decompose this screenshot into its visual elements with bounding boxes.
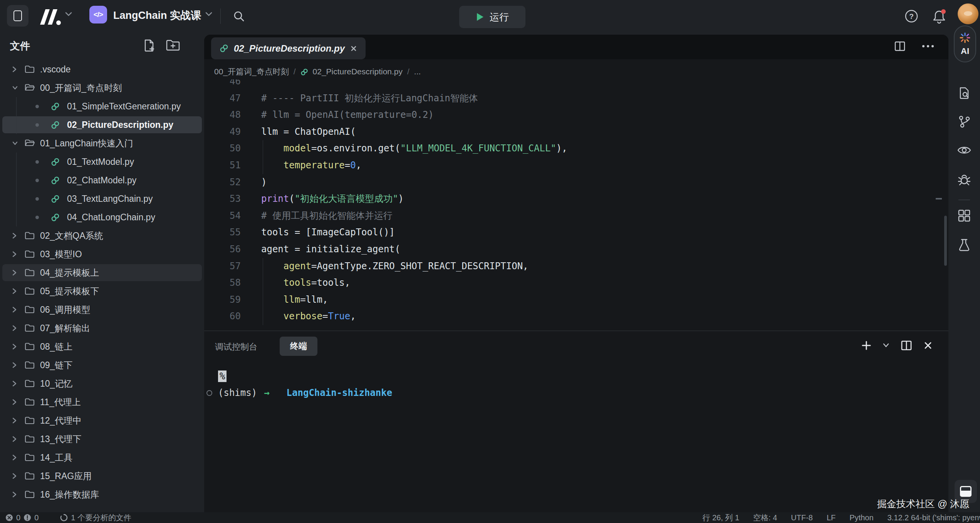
split-panel-icon[interactable] [901, 340, 912, 351]
tree-item[interactable]: 04_提示模板上 [0, 263, 204, 282]
tree-item[interactable]: 01_TextModel.py [0, 153, 204, 171]
tree-item[interactable]: .vscode [0, 60, 204, 79]
chevron-right-icon[interactable] [12, 435, 17, 443]
editor-tab[interactable]: 02_PictureDescription.py [211, 37, 366, 59]
tree-item[interactable]: 04_ChatLongChain.py [0, 208, 204, 226]
tree-item[interactable]: 01_SimpleTextGeneration.py [0, 97, 204, 116]
bug-icon[interactable] [957, 173, 972, 187]
tree-item[interactable]: 15_RAG应用 [0, 467, 204, 485]
code-line[interactable]: 51 temperature=0, [204, 157, 946, 174]
chevron-down-icon[interactable] [12, 84, 18, 92]
chevron-down-icon[interactable] [12, 139, 18, 147]
tab-debug-console[interactable]: 调试控制台 [215, 341, 257, 353]
tree-item[interactable]: 01_LangChain快速入门 [0, 134, 204, 153]
breadcrumb-more[interactable]: ... [414, 67, 421, 76]
scrollbar-thumb[interactable] [944, 216, 947, 266]
chevron-right-icon[interactable] [12, 472, 17, 480]
tree-item[interactable]: 02_ChatModel.py [0, 171, 204, 189]
chevron-right-icon[interactable] [12, 454, 17, 461]
tree-item[interactable]: 06_调用模型 [0, 300, 204, 319]
chevron-down-icon[interactable] [205, 12, 213, 17]
status-item[interactable]: Python [849, 513, 873, 522]
tree-item[interactable]: 00_开篇词_奇点时刻 [0, 79, 204, 97]
logo[interactable] [38, 7, 62, 27]
code-area[interactable]: 4647# ---- PartIII 初始化并运行LangChain智能体48#… [204, 79, 946, 330]
chevron-down-icon[interactable] [65, 12, 72, 17]
tree-item[interactable]: 13_代理下 [0, 430, 204, 448]
status-item[interactable]: 行 26, 列 1 [702, 513, 739, 523]
chevron-right-icon[interactable] [12, 380, 17, 387]
close-icon[interactable] [350, 45, 357, 52]
new-folder-icon[interactable] [166, 39, 180, 52]
workspace-title[interactable]: LangChain 实战课 [113, 8, 201, 22]
status-item[interactable]: UTF-8 [791, 513, 813, 522]
more-icon[interactable] [921, 44, 935, 48]
tree-item[interactable]: 02_PictureDescription.py [0, 116, 204, 134]
status-item[interactable]: 空格: 4 [753, 513, 777, 523]
flask-icon[interactable] [957, 238, 971, 253]
run-button[interactable]: 运行 [459, 6, 525, 28]
tree-item[interactable]: 03_模型IO [0, 245, 204, 263]
code-line[interactable]: 49llm = ChatOpenAI( [204, 124, 946, 141]
chevron-right-icon[interactable] [12, 324, 17, 332]
code-line[interactable]: 50 model=os.environ.get("LLM_MODEL_4K_FU… [204, 140, 946, 157]
tree-item[interactable]: 03_TextLangChain.py [0, 189, 204, 208]
tree-item[interactable]: 07_解析输出 [0, 319, 204, 337]
search-icon[interactable] [232, 9, 246, 23]
chevron-right-icon[interactable] [12, 250, 17, 258]
new-file-icon[interactable] [143, 39, 156, 52]
tree-item[interactable]: 16_操作数据库 [0, 485, 204, 504]
chevron-right-icon[interactable] [12, 287, 17, 295]
tree-item[interactable]: 10_记忆 [0, 374, 204, 393]
chevron-right-icon[interactable] [12, 491, 17, 498]
split-editor-icon[interactable] [894, 40, 906, 52]
tree-item[interactable]: 09_链下 [0, 356, 204, 374]
problems-indicator[interactable]: 0 0 [5, 513, 39, 522]
breadcrumb[interactable]: 00_开篇词_奇点时刻 / 02_PictureDescription.py /… [214, 64, 421, 79]
bell-icon[interactable] [931, 8, 948, 25]
tree-item[interactable]: 11_代理上 [0, 393, 204, 411]
chevron-right-icon[interactable] [12, 269, 17, 277]
code-line[interactable]: 48# llm = OpenAI(temperature=0.2) [204, 107, 946, 124]
tree-item[interactable]: 02_文档QA系统 [0, 226, 204, 245]
code-line[interactable]: 58 tools=tools, [204, 275, 946, 292]
chevron-right-icon[interactable] [12, 232, 17, 240]
chevron-right-icon[interactable] [12, 417, 17, 424]
chevron-right-icon[interactable] [12, 361, 17, 369]
plus-icon[interactable] [861, 340, 871, 350]
help-icon[interactable]: ? [904, 8, 919, 24]
status-item[interactable]: LF [827, 513, 836, 522]
grid-icon[interactable] [957, 209, 971, 223]
file-search-icon[interactable] [957, 86, 971, 100]
tab-terminal[interactable]: 终端 [280, 337, 317, 356]
chevron-right-icon[interactable] [12, 398, 17, 406]
avatar[interactable] [958, 3, 978, 24]
code-line[interactable]: 53print("初始化大语言模型成功") [204, 191, 946, 208]
ai-button[interactable]: AI [954, 25, 976, 62]
sidebar-toggle-button[interactable] [7, 5, 29, 27]
code-line[interactable]: 55tools = [ImageCapTool()] [204, 224, 946, 241]
eye-icon[interactable] [957, 144, 972, 156]
tree-item[interactable]: 08_链上 [0, 337, 204, 356]
chevron-down-icon[interactable] [883, 343, 889, 348]
status-item[interactable]: 3.12.2 64-bit ('shims': pyenv) [888, 513, 980, 522]
code-line[interactable]: 59 llm=llm, [204, 292, 946, 308]
code-line[interactable]: 52) [204, 174, 946, 191]
close-icon[interactable] [924, 341, 932, 350]
chevron-right-icon[interactable] [12, 343, 17, 350]
code-line[interactable]: 56agent = initialize_agent( [204, 241, 946, 258]
code-line[interactable]: 47# ---- PartIII 初始化并运行LangChain智能体 [204, 90, 946, 107]
analysis-indicator[interactable]: 1 个要分析的文件 [60, 513, 131, 523]
breadcrumb-folder[interactable]: 00_开篇词_奇点时刻 [214, 66, 289, 77]
tree-item[interactable]: 12_代理中 [0, 411, 204, 430]
breadcrumb-file[interactable]: 02_PictureDescription.py [313, 67, 403, 76]
chevron-right-icon[interactable] [12, 65, 17, 73]
code-line[interactable]: 54# 使用工具初始化智能体并运行 [204, 208, 946, 225]
code-line[interactable]: 57 agent=AgentType.ZERO_SHOT_REACT_DESCR… [204, 258, 946, 275]
tree-item[interactable]: 05_提示模板下 [0, 282, 204, 300]
git-branch-icon[interactable] [957, 115, 971, 129]
chevron-right-icon[interactable] [12, 306, 17, 313]
code-line[interactable]: 60 verbose=True, [204, 308, 946, 325]
tree-item[interactable]: 14_工具 [0, 448, 204, 467]
code-line[interactable]: 46 [204, 79, 946, 90]
